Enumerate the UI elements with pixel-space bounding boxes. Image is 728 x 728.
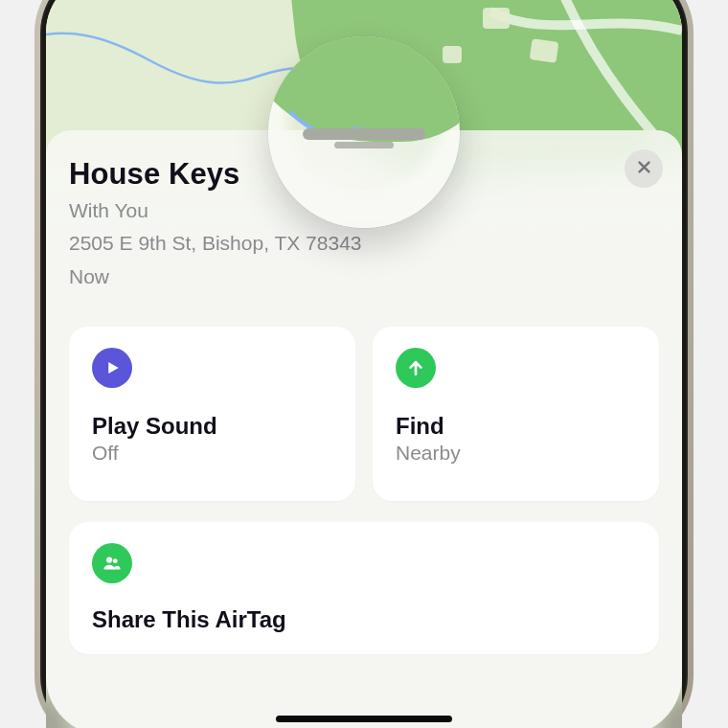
play-sound-card[interactable]: Play Sound Off — [69, 327, 355, 501]
zoom-lens — [268, 36, 460, 228]
map-building — [530, 38, 559, 63]
share-airtag-card[interactable]: Share This AirTag — [69, 522, 659, 654]
close-icon — [636, 159, 652, 179]
play-icon — [92, 348, 132, 388]
item-address: 2505 E 9th St, Bishop, TX 78343 — [69, 230, 471, 257]
people-icon — [92, 543, 132, 583]
phone-frame: House Keys With You 2505 E 9th St, Bisho… — [34, 0, 694, 728]
item-time: Now — [69, 263, 471, 290]
find-card[interactable]: Find Nearby — [373, 327, 659, 501]
svg-point-0 — [106, 557, 112, 562]
map-building — [483, 8, 510, 29]
action-card-row: Play Sound Off Find Nearby — [69, 327, 659, 501]
play-sound-subtitle: Off — [92, 442, 332, 465]
share-airtag-label: Share This AirTag — [92, 606, 636, 633]
close-button[interactable] — [625, 149, 663, 188]
detail-sheet[interactable]: House Keys With You 2505 E 9th St, Bisho… — [46, 130, 682, 728]
play-sound-label: Play Sound — [92, 413, 332, 440]
find-label: Find — [396, 413, 636, 440]
phone-bezel: House Keys With You 2505 E 9th St, Bisho… — [40, 0, 688, 728]
svg-point-1 — [113, 558, 118, 563]
zoom-grabber — [303, 128, 425, 140]
phone-screen: House Keys With You 2505 E 9th St, Bisho… — [46, 0, 682, 728]
map-building — [443, 46, 462, 63]
home-indicator[interactable] — [276, 716, 452, 722]
find-subtitle: Nearby — [396, 442, 636, 465]
arrow-up-icon — [396, 348, 436, 388]
